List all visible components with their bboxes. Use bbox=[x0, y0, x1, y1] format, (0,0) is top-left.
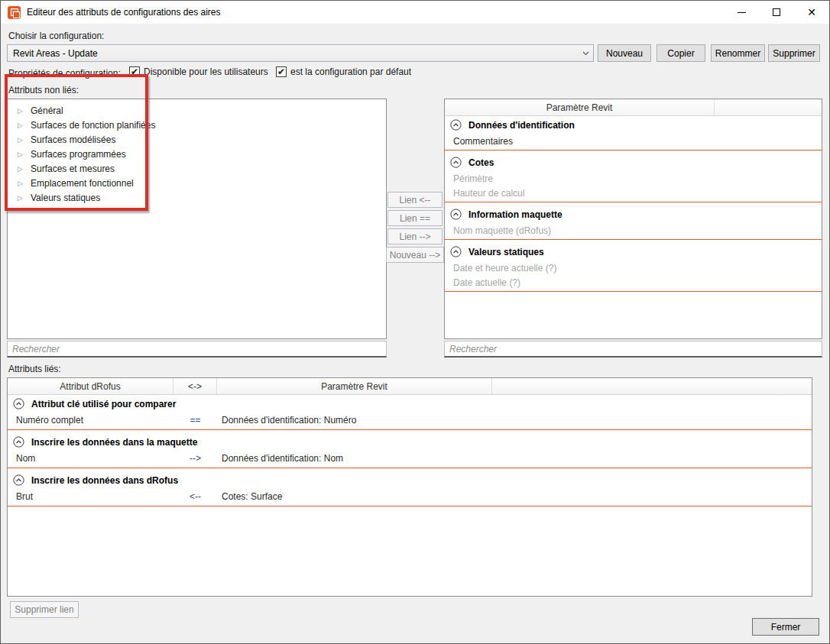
dialog-window: Editeur des attributs de configurations … bbox=[0, 0, 830, 644]
revit-param-hauteur-de-calcul[interactable]: Hauteur de calcul bbox=[445, 186, 822, 200]
maximize-button[interactable] bbox=[759, 1, 794, 24]
linked-row-nom[interactable]: Nom --> Données d'identification: Nom bbox=[8, 451, 812, 466]
group-separator bbox=[445, 291, 822, 292]
tree-item-programmed-areas[interactable]: ▷ Surfaces programmées bbox=[8, 147, 386, 161]
group-separator bbox=[8, 468, 812, 468]
collapse-icon[interactable] bbox=[450, 119, 462, 131]
configuration-selected-value: Revit Areas - Update bbox=[8, 48, 578, 59]
collapse-icon[interactable] bbox=[13, 398, 24, 409]
revit-param-commentaires[interactable]: Commentaires bbox=[445, 134, 822, 148]
column-header-attribut-drofus[interactable]: Attribut dRofus bbox=[8, 378, 173, 394]
title-bar: Editeur des attributs de configurations … bbox=[1, 1, 829, 24]
delete-link-button[interactable]: Supprimer lien bbox=[10, 601, 79, 618]
revit-param-perimetre[interactable]: Périmètre bbox=[445, 171, 822, 186]
expander-icon[interactable]: ▷ bbox=[18, 194, 31, 202]
tree-item-modeled-areas[interactable]: ▷ Surfaces modélisées bbox=[8, 132, 386, 147]
unlinked-attributes-tree: ▷ Général ▷ Surfaces de fonction planifi… bbox=[7, 99, 387, 339]
revit-parameter-column-header[interactable]: Paramètre Revit bbox=[445, 99, 715, 115]
expander-icon[interactable]: ▷ bbox=[18, 150, 31, 158]
revit-param-date-actuelle[interactable]: Date actuelle (?) bbox=[445, 275, 822, 290]
configuration-dropdown[interactable]: Revit Areas - Update bbox=[7, 44, 594, 62]
expander-icon[interactable]: ▷ bbox=[18, 107, 31, 115]
app-icon bbox=[8, 6, 21, 19]
unlinked-attributes-label: Attributs non liés: bbox=[8, 85, 79, 95]
linked-row-numero-complet[interactable]: Numéro complet == Données d'identificati… bbox=[8, 413, 812, 428]
unlinked-search-input[interactable] bbox=[7, 341, 387, 358]
minimize-icon bbox=[738, 12, 746, 13]
window-title: Editeur des attributs de configurations … bbox=[27, 7, 220, 18]
group-identification-data[interactable]: Données d'identification bbox=[445, 116, 822, 134]
group-separator bbox=[445, 239, 822, 240]
expander-icon[interactable]: ▷ bbox=[18, 136, 31, 144]
tree-item-functional-location[interactable]: ▷ Emplacement fonctionnel bbox=[8, 176, 386, 190]
tree-item-planned-function-areas[interactable]: ▷ Surfaces de fonction planifiées bbox=[8, 118, 386, 132]
expander-icon[interactable]: ▷ bbox=[18, 121, 31, 129]
minimize-button[interactable] bbox=[724, 1, 759, 24]
tree-item-general[interactable]: ▷ Général bbox=[8, 103, 386, 118]
available-for-users-checkbox[interactable]: ✔ bbox=[129, 66, 140, 77]
collapse-icon[interactable] bbox=[450, 246, 462, 257]
tree-item-static-values[interactable]: ▷ Valeurs statiques bbox=[8, 190, 386, 205]
close-icon: ✕ bbox=[807, 7, 816, 18]
link-right-button[interactable]: Lien --> bbox=[387, 228, 443, 244]
linked-attributes-table: Attribut dRofus <-> Paramètre Revit Attr… bbox=[7, 377, 812, 597]
revit-search-input[interactable] bbox=[444, 341, 822, 358]
link-left-button[interactable]: Lien <-- bbox=[387, 192, 443, 208]
choose-config-label: Choisir la configuration: bbox=[8, 31, 104, 41]
group-separator bbox=[445, 150, 822, 150]
revit-param-nom-maquette[interactable]: Nom maquette (dRofus) bbox=[445, 223, 822, 238]
group-separator bbox=[8, 429, 812, 430]
group-valeurs-statiques[interactable]: Valeurs statiques bbox=[445, 243, 822, 261]
linked-row-brut[interactable]: Brut <-- Cotes: Surface bbox=[8, 489, 812, 504]
collapse-icon[interactable] bbox=[13, 474, 24, 486]
default-config-checkbox[interactable]: ✔ bbox=[276, 66, 287, 77]
link-equal-button[interactable]: Lien == bbox=[387, 210, 443, 226]
delete-config-button[interactable]: Supprimer bbox=[768, 44, 820, 62]
group-cotes[interactable]: Cotes bbox=[445, 154, 822, 171]
column-header-parametre-revit[interactable]: Paramètre Revit bbox=[217, 378, 492, 394]
empty-column-header bbox=[492, 378, 812, 394]
collapse-icon[interactable] bbox=[13, 436, 24, 448]
expander-icon[interactable]: ▷ bbox=[18, 180, 31, 187]
revit-panel-header: Paramètre Revit bbox=[445, 99, 822, 116]
group-write-to-model[interactable]: Inscrire les données dans la maquette bbox=[8, 433, 812, 451]
linked-table-header: Attribut dRofus <-> Paramètre Revit bbox=[8, 378, 812, 395]
group-information-maquette[interactable]: Information maquette bbox=[445, 205, 822, 223]
column-header-op[interactable]: <-> bbox=[173, 378, 217, 394]
revit-parameter-panel: Paramètre Revit Données d'identification… bbox=[444, 99, 822, 339]
tree-item-areas-and-measures[interactable]: ▷ Surfaces et mesures bbox=[8, 161, 386, 176]
chevron-down-icon bbox=[578, 51, 593, 56]
expander-icon[interactable]: ▷ bbox=[18, 165, 31, 173]
rename-config-button[interactable]: Renommer bbox=[711, 44, 765, 62]
new-config-button[interactable]: Nouveau bbox=[598, 44, 651, 62]
config-properties-label: Propriétés de configuration: bbox=[8, 68, 121, 79]
linked-attributes-label: Attributs liés: bbox=[8, 364, 61, 374]
revit-param-date-heure-actuelle[interactable]: Date et heure actuelle (?) bbox=[445, 261, 822, 275]
collapse-icon[interactable] bbox=[450, 157, 462, 168]
group-separator bbox=[445, 202, 822, 202]
close-button[interactable]: ✕ bbox=[794, 1, 829, 24]
maximize-icon bbox=[773, 8, 780, 16]
empty-column-header bbox=[715, 99, 822, 115]
group-write-to-drofus[interactable]: Inscrire les données dans dRofus bbox=[8, 471, 812, 489]
default-config-label: est la configuration par défaut bbox=[290, 66, 411, 77]
new-right-button[interactable]: Nouveau --> bbox=[386, 247, 444, 263]
group-key-attribute[interactable]: Attribut clé utilisé pour comparer bbox=[8, 395, 812, 413]
close-dialog-button[interactable]: Fermer bbox=[752, 618, 819, 636]
group-separator bbox=[8, 506, 812, 506]
collapse-icon[interactable] bbox=[450, 209, 462, 220]
copy-config-button[interactable]: Copier bbox=[657, 44, 705, 62]
available-for-users-label: Disponible pour les utilisateurs bbox=[144, 66, 268, 77]
